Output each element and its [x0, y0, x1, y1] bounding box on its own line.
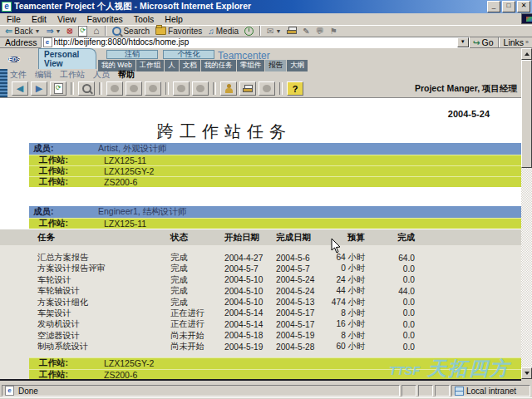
- messenger-button[interactable]: ⚑: [330, 27, 337, 36]
- search-button[interactable]: Search: [112, 27, 150, 36]
- workstation-value: LZX125-11: [104, 219, 146, 229]
- app-toolbar-separator: [71, 82, 74, 95]
- media-icon: ♫: [208, 27, 214, 36]
- scroll-up-button[interactable]: [521, 48, 532, 60]
- task-row: 车架设计正在进行2004-5-142004-5-178 小时0.0: [0, 308, 521, 318]
- discuss-button[interactable]: 💬︎: [316, 27, 324, 36]
- app-back-button[interactable]: ◀: [12, 81, 28, 96]
- print-button[interactable]: [287, 27, 297, 35]
- go-button[interactable]: ↪ Go: [473, 37, 494, 47]
- disabled-tool-icon: [177, 85, 185, 92]
- app-menu-edit[interactable]: 编辑: [35, 69, 52, 81]
- member-label: 成员:: [29, 206, 98, 218]
- print-icon: [287, 27, 297, 35]
- media-button[interactable]: ♫ Media: [208, 27, 239, 36]
- disabled-tool-button-2: [126, 81, 142, 96]
- forward-icon: ⇒: [46, 26, 53, 37]
- zone-text: Local intranet: [466, 387, 516, 396]
- workstation-value: LZX125-11: [104, 155, 146, 165]
- toolbar-separator: [105, 26, 106, 36]
- minimize-button[interactable]: _: [487, 1, 500, 12]
- scroll-thumb[interactable]: [521, 60, 532, 168]
- app-user-button[interactable]: [220, 81, 237, 96]
- workstation-value: ZS200-6: [104, 370, 137, 380]
- forward-dropdown-icon[interactable]: ▼: [56, 28, 62, 34]
- report-page: 2004-5-24 跨工作站任务 成员: Artist, 外观设计师 工作站: …: [0, 98, 521, 381]
- task-row: 方案设计细化完成2004-5-102004-5-13474 小时0.0: [0, 297, 521, 308]
- status-message-pane: e Done: [2, 385, 400, 397]
- maximize-button[interactable]: □: [502, 1, 515, 12]
- back-dropdown-icon[interactable]: ▼: [34, 28, 40, 34]
- vertical-scrollbar[interactable]: [521, 48, 532, 379]
- personal-view-tab[interactable]: Personal View: [38, 48, 96, 69]
- workstation-label: 工作站:: [29, 176, 104, 188]
- app-search-icon: [82, 84, 91, 93]
- app-refresh-icon: ⟳: [54, 83, 63, 94]
- home-button[interactable]: ⌂: [93, 25, 99, 37]
- page-icon: e: [43, 37, 52, 47]
- address-dropdown-icon[interactable]: ▼: [457, 37, 469, 47]
- app-menu-people[interactable]: 人员: [93, 69, 110, 81]
- workstation-label: 工作站:: [29, 165, 104, 177]
- app-menu-help[interactable]: 帮助: [118, 69, 135, 81]
- security-zone-pane: Local intranet: [451, 385, 530, 397]
- workstation-value: LZX125GY-2: [104, 358, 154, 368]
- edit-icon: ✎: [303, 27, 309, 36]
- back-icon: ⇐: [5, 26, 12, 37]
- app-search-button[interactable]: [78, 81, 95, 96]
- workstation-row: 工作站: LZX125-11: [29, 218, 521, 229]
- disabled-tool-button-1: [106, 81, 123, 96]
- disabled-tool-icon: [263, 85, 271, 92]
- app-menu-file[interactable]: 文件: [10, 69, 27, 81]
- workstation-row: 工作站: LZX125-11: [29, 155, 521, 165]
- home-icon: ⌂: [93, 25, 99, 37]
- disabled-tool-button-3: [145, 81, 161, 96]
- app-help-button[interactable]: ?: [287, 81, 303, 96]
- discuss-icon: 💬︎: [316, 27, 324, 36]
- watermark: TTSF 天拓四方: [389, 356, 532, 382]
- workstation-row: 工作站: ZS200-6: [29, 176, 521, 187]
- col-status: 状态: [170, 232, 224, 244]
- menu-tools[interactable]: Tools: [134, 14, 155, 24]
- stop-button[interactable]: ⦻: [67, 26, 73, 36]
- menu-help[interactable]: Help: [165, 14, 183, 24]
- member-header-row: 成员: Engineer1, 结构设计师: [29, 206, 521, 218]
- history-button[interactable]: [244, 27, 254, 36]
- task-row: 空滤器设计尚未开始2004-5-182004-5-198 小时0.0: [0, 330, 521, 341]
- status-text: Done: [18, 387, 38, 396]
- status-pane: [401, 385, 416, 397]
- address-field-wrap: e ▼: [41, 37, 470, 48]
- menu-view[interactable]: View: [57, 14, 76, 24]
- mail-dropdown-icon[interactable]: ▼: [275, 28, 281, 34]
- links-button[interactable]: Links »: [504, 37, 529, 47]
- app-print-button[interactable]: [239, 81, 256, 96]
- edit-button[interactable]: ✎: [303, 27, 309, 36]
- personalize-button[interactable]: 个性化: [163, 50, 214, 59]
- menu-edit[interactable]: Edit: [32, 14, 47, 24]
- forward-button[interactable]: ⇒ ▼: [46, 26, 61, 37]
- task-row: 发动机设计正在进行2004-5-142004-5-1716 小时0.0: [0, 318, 521, 329]
- favorites-button[interactable]: Favorites: [155, 27, 202, 36]
- status-pane: [418, 385, 433, 397]
- app-menu-workstation[interactable]: 工作站: [60, 69, 85, 81]
- eds-logo: EDS: [8, 50, 37, 66]
- refresh-icon: ⟳: [78, 26, 87, 37]
- member-label: 成员:: [29, 143, 98, 155]
- back-button[interactable]: ⇐ Back ▼: [5, 26, 40, 37]
- menu-file[interactable]: File: [7, 14, 21, 24]
- menu-favorites[interactable]: Favorites: [87, 14, 123, 24]
- go-icon: ↪: [473, 37, 480, 47]
- watermark-latin: TTSF: [389, 363, 421, 377]
- help-icon: ?: [293, 84, 298, 94]
- window-titlebar[interactable]: e Teamcenter Project 个人视图 - Microsoft In…: [0, 0, 532, 13]
- logout-button[interactable]: 注销: [106, 50, 158, 59]
- app-forward-button[interactable]: ▶: [31, 81, 47, 96]
- address-input[interactable]: [54, 38, 457, 47]
- refresh-button[interactable]: ⟳: [78, 26, 87, 37]
- close-button[interactable]: ✕: [517, 1, 530, 12]
- workstation-row: 工作站: LZX125GY-2: [29, 165, 521, 176]
- app-menubar: 文件 编辑 工作站 人员 帮助: [0, 69, 531, 80]
- app-toolbar-separator: [99, 82, 102, 95]
- mail-button[interactable]: ✉ ▼: [267, 27, 281, 36]
- app-refresh-button[interactable]: ⟳: [50, 81, 66, 96]
